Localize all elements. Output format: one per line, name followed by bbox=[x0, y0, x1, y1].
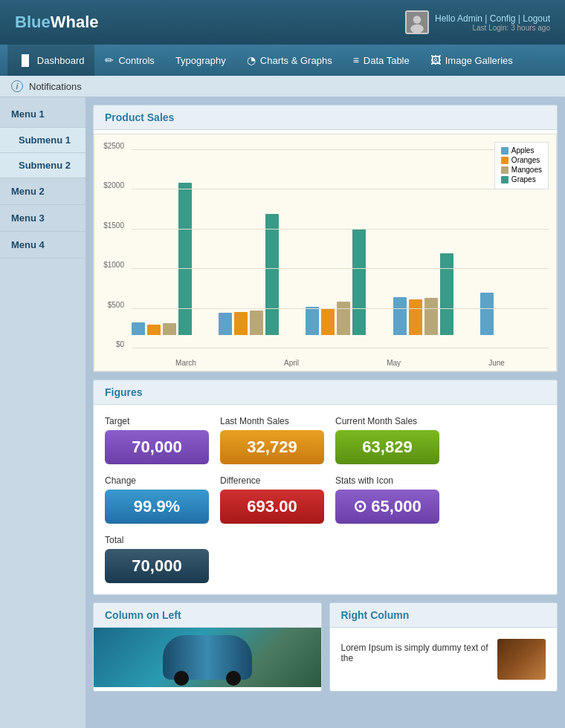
image-icon: 🖼 bbox=[430, 54, 441, 66]
right-column-header: Right Column bbox=[330, 603, 558, 628]
legend-mangoes: Mangoes bbox=[501, 166, 542, 174]
notifications-label: Notifications bbox=[29, 81, 82, 92]
last-month-value: 32,729 bbox=[247, 438, 297, 457]
user-links: Hello Admin | Config | Logout bbox=[435, 13, 550, 24]
nav-item-controls[interactable]: ✏ Controls bbox=[94, 45, 164, 76]
legend-label-apples: Apples bbox=[511, 146, 535, 155]
sidebar-item-submenu1[interactable]: Submenu 1 bbox=[0, 128, 85, 153]
right-column-card: Right Column Lorem Ipsum is simply dummy… bbox=[329, 602, 558, 692]
x-axis: March April May June bbox=[132, 359, 549, 367]
legend-oranges: Oranges bbox=[501, 156, 542, 164]
change-value: 99.9% bbox=[134, 497, 180, 516]
difference-value: 693.00 bbox=[247, 497, 297, 516]
logout-link[interactable]: Logout bbox=[523, 13, 550, 24]
sidebar-item-menu2[interactable]: Menu 2 bbox=[0, 178, 85, 205]
legend-dot-apples bbox=[501, 147, 508, 155]
figure-difference: Difference 693.00 bbox=[220, 475, 324, 524]
stats-icon-badge: ⊙ 65,000 bbox=[335, 490, 439, 524]
x-label-may: May bbox=[387, 359, 401, 367]
content-area: Product Sales $0 $5 bbox=[85, 97, 565, 728]
chart-legend: Apples Oranges Mangoes Grapes bbox=[494, 142, 549, 189]
logo: BlueWhale bbox=[15, 13, 98, 32]
legend-apples: Apples bbox=[501, 146, 542, 155]
chart-container: $0 $500 $1000 $1500 $2000 $2500 bbox=[94, 134, 557, 371]
total-value: 70,000 bbox=[132, 556, 181, 576]
nav-item-charts[interactable]: ◔ Charts & Graphs bbox=[236, 45, 343, 76]
grid-line bbox=[132, 268, 549, 269]
chart-grid bbox=[132, 149, 549, 348]
figures-grid: Target 70,000 Last Month Sales 32,729 Cu… bbox=[105, 416, 546, 583]
nav-item-dashboard[interactable]: ▐▌ Dashboard bbox=[7, 45, 94, 76]
total-badge: 70,000 bbox=[105, 549, 209, 583]
y-axis: $0 $500 $1000 $1500 $2000 $2500 bbox=[94, 142, 128, 348]
last-month-label: Last Month Sales bbox=[220, 416, 324, 426]
pie-chart-icon: ◔ bbox=[247, 54, 256, 66]
figures-body: Target 70,000 Last Month Sales 32,729 Cu… bbox=[94, 405, 557, 594]
main-layout: Menu 1 Submenu 1 Submenu 2 Menu 2 Menu 3… bbox=[0, 97, 565, 728]
target-value: 70,000 bbox=[132, 438, 181, 457]
target-label: Target bbox=[105, 416, 209, 426]
stats-icon-label: Stats with Icon bbox=[335, 475, 439, 486]
right-column-title: Right Column bbox=[341, 609, 546, 621]
table-icon: ≡ bbox=[353, 54, 359, 66]
nav-label-charts: Charts & Graphs bbox=[260, 55, 332, 66]
car-wheel-left bbox=[174, 671, 189, 686]
y-label: $500 bbox=[98, 301, 124, 309]
left-column-title: Column on Left bbox=[105, 609, 310, 621]
nav-label-datatable: Data Table bbox=[364, 55, 410, 66]
nav-item-datatable[interactable]: ≡ Data Table bbox=[343, 45, 420, 76]
y-label: $1500 bbox=[98, 221, 124, 230]
stats-icon-value: 65,000 bbox=[371, 497, 421, 516]
figure-last-month: Last Month Sales 32,729 bbox=[220, 416, 324, 464]
figure-change: Change 99.9% bbox=[105, 475, 209, 524]
left-column-card: Column on Left bbox=[93, 602, 322, 692]
current-month-badge: 63,829 bbox=[335, 430, 439, 464]
figure-stats-icon: Stats with Icon ⊙ 65,000 bbox=[335, 475, 439, 524]
x-label-june: June bbox=[488, 359, 505, 367]
legend-grapes: Grapes bbox=[501, 175, 542, 183]
nav-item-galleries[interactable]: 🖼 Image Galleries bbox=[420, 45, 523, 76]
nav-bar: ▐▌ Dashboard ✏ Controls Typography ◔ Cha… bbox=[0, 45, 565, 76]
nav-label-galleries: Image Galleries bbox=[445, 55, 513, 66]
x-label-march: March bbox=[175, 359, 196, 367]
bottom-columns: Column on Left Right Column bbox=[93, 602, 558, 699]
nav-item-typography[interactable]: Typography bbox=[165, 45, 236, 76]
figure-target: Target 70,000 bbox=[105, 416, 209, 464]
greeting-link[interactable]: Hello Admin bbox=[435, 13, 482, 24]
legend-dot-oranges bbox=[501, 157, 508, 164]
legend-label-grapes: Grapes bbox=[511, 175, 536, 183]
config-link[interactable]: Config bbox=[490, 13, 516, 24]
change-label: Change bbox=[105, 475, 209, 486]
car-image bbox=[163, 635, 252, 680]
figure-current-month: Current Month Sales 63,829 bbox=[335, 416, 439, 464]
info-icon: i bbox=[11, 80, 23, 92]
legend-dot-grapes bbox=[501, 176, 508, 183]
svg-point-1 bbox=[413, 16, 422, 24]
nav-label-typography: Typography bbox=[175, 55, 226, 66]
current-month-label: Current Month Sales bbox=[335, 416, 439, 426]
y-label: $1000 bbox=[98, 261, 124, 269]
grid-line bbox=[132, 308, 549, 309]
y-label: $2500 bbox=[98, 142, 124, 150]
user-text: Hello Admin | Config | Logout Last Login… bbox=[435, 13, 550, 32]
sidebar-item-menu3[interactable]: Menu 3 bbox=[0, 205, 85, 232]
left-column-header: Column on Left bbox=[94, 603, 321, 628]
right-column-body: Lorem Ipsum is simply dummy text of the bbox=[330, 628, 558, 691]
left-column-body bbox=[94, 628, 321, 687]
avatar bbox=[405, 10, 429, 34]
right-column-content: Lorem Ipsum is simply dummy text of the bbox=[341, 639, 546, 680]
product-sales-body: $0 $500 $1000 $1500 $2000 $2500 bbox=[94, 134, 557, 371]
sidebar-item-submenu2[interactable]: Submenu 2 bbox=[0, 153, 85, 178]
header: BlueWhale Hello Admin | Config | Logout … bbox=[0, 0, 565, 45]
product-sales-header: Product Sales bbox=[94, 105, 557, 130]
last-month-badge: 32,729 bbox=[220, 430, 324, 464]
difference-label: Difference bbox=[220, 475, 324, 486]
nav-label-controls: Controls bbox=[118, 55, 154, 66]
sidebar-item-menu4[interactable]: Menu 4 bbox=[0, 232, 85, 259]
legend-label-mangoes: Mangoes bbox=[511, 166, 542, 174]
left-column-image bbox=[94, 628, 321, 687]
figures-header: Figures bbox=[94, 380, 557, 405]
y-label: $2000 bbox=[98, 181, 124, 189]
sidebar-item-menu1[interactable]: Menu 1 bbox=[0, 101, 85, 128]
logo-blue: Blue bbox=[15, 13, 51, 31]
